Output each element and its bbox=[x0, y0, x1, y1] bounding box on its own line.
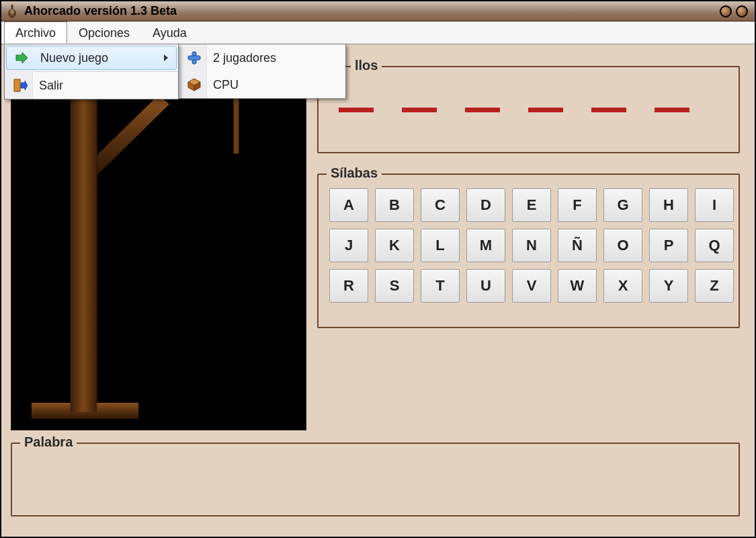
fallo-slot bbox=[655, 108, 689, 112]
letter-button-m[interactable]: M bbox=[466, 229, 505, 262]
letter-button-y[interactable]: Y bbox=[649, 269, 688, 303]
letter-button-b[interactable]: B bbox=[375, 188, 414, 222]
svg-marker-3 bbox=[16, 52, 28, 63]
window-minimize-button[interactable] bbox=[720, 5, 732, 17]
letter-button-h[interactable]: H bbox=[649, 188, 688, 222]
menuitem-label: Nuevo juego bbox=[40, 51, 108, 65]
window-controls bbox=[720, 5, 751, 17]
letter-button-d[interactable]: D bbox=[466, 188, 505, 222]
letter-button-s[interactable]: S bbox=[375, 269, 414, 303]
menuitem-salir[interactable]: Salir bbox=[5, 72, 178, 99]
submenu-item-label: 2 jugadores bbox=[213, 51, 276, 65]
menu-archivo[interactable]: Archivo bbox=[4, 22, 67, 44]
app-window: Ahorcado versión 1.3 Beta Archivo Opcion… bbox=[0, 0, 756, 538]
app-icon bbox=[5, 5, 19, 18]
silabas-label: Sílabas bbox=[327, 165, 382, 181]
letter-button-l[interactable]: L bbox=[421, 229, 460, 262]
letter-button-k[interactable]: K bbox=[375, 229, 414, 262]
letter-button-g[interactable]: G bbox=[603, 188, 642, 222]
fallo-slot bbox=[402, 108, 437, 112]
fallos-dashes bbox=[319, 67, 739, 112]
submenu-item-cpu[interactable]: CPU bbox=[179, 71, 345, 98]
svg-marker-5 bbox=[21, 81, 28, 90]
svg-point-2 bbox=[10, 9, 13, 13]
letter-button-e[interactable]: E bbox=[512, 188, 551, 222]
menuitem-nuevo-juego[interactable]: Nuevo juego bbox=[6, 46, 177, 70]
menubar: Archivo Opciones Ayuda bbox=[1, 22, 755, 44]
submenu-nuevo-juego: 2 jugadores CPU bbox=[178, 44, 346, 99]
fieldset-palabra: Palabra bbox=[11, 443, 740, 516]
exit-door-icon bbox=[12, 77, 28, 93]
letter-button-i[interactable]: I bbox=[695, 188, 734, 222]
plus-blue-icon bbox=[186, 50, 202, 66]
svg-rect-15 bbox=[233, 93, 239, 154]
letter-button-q[interactable]: Q bbox=[695, 229, 734, 262]
letter-button-t[interactable]: T bbox=[421, 269, 460, 303]
window-close-button[interactable] bbox=[736, 5, 748, 17]
letter-button-f[interactable]: F bbox=[558, 188, 597, 222]
fieldset-fallos: llos bbox=[317, 66, 740, 153]
letter-button-v[interactable]: V bbox=[512, 269, 551, 303]
svg-marker-14 bbox=[97, 95, 169, 175]
letter-button-r[interactable]: R bbox=[329, 269, 368, 303]
letter-button-z[interactable]: Z bbox=[695, 269, 734, 303]
box-brown-icon bbox=[186, 77, 202, 93]
letter-button-o[interactable]: O bbox=[603, 229, 642, 262]
fallo-slot bbox=[528, 108, 563, 112]
arrow-right-green-icon bbox=[13, 50, 30, 66]
fallo-slot bbox=[591, 108, 626, 112]
fallos-label: llos bbox=[351, 58, 382, 73]
letter-button-u[interactable]: U bbox=[466, 269, 505, 303]
content-area: llos Sílabas ABCDEFGHIJKLMNÑOPQRSTUVWXYZ… bbox=[1, 44, 755, 537]
letter-button-ñ[interactable]: Ñ bbox=[558, 229, 597, 262]
window-title: Ahorcado versión 1.3 Beta bbox=[24, 4, 714, 18]
menuitem-label: Salir bbox=[39, 79, 63, 93]
menu-opciones[interactable]: Opciones bbox=[67, 22, 141, 44]
chevron-right-icon bbox=[164, 54, 168, 61]
letter-button-a[interactable]: A bbox=[329, 188, 368, 222]
letter-grid: ABCDEFGHIJKLMNÑOPQRSTUVWXYZ bbox=[319, 175, 739, 309]
letter-button-j[interactable]: J bbox=[329, 229, 368, 262]
letter-button-w[interactable]: W bbox=[558, 269, 597, 303]
fieldset-silabas: Sílabas ABCDEFGHIJKLMNÑOPQRSTUVWXYZ bbox=[317, 174, 740, 328]
svg-rect-12 bbox=[71, 77, 97, 412]
letter-button-p[interactable]: P bbox=[649, 229, 688, 262]
svg-rect-7 bbox=[188, 56, 200, 60]
palabra-label: Palabra bbox=[20, 434, 77, 450]
fallo-slot bbox=[465, 108, 500, 112]
dropdown-archivo: Nuevo juego Salir bbox=[4, 44, 179, 100]
submenu-item-2-jugadores[interactable]: 2 jugadores bbox=[179, 44, 345, 71]
letter-button-x[interactable]: X bbox=[603, 269, 642, 303]
svg-rect-4 bbox=[14, 79, 20, 91]
letter-button-n[interactable]: N bbox=[512, 229, 551, 262]
svg-rect-1 bbox=[11, 5, 13, 9]
titlebar: Ahorcado versión 1.3 Beta bbox=[1, 1, 755, 22]
submenu-item-label: CPU bbox=[213, 78, 239, 92]
gallows-canvas bbox=[11, 54, 306, 430]
letter-button-c[interactable]: C bbox=[421, 188, 460, 222]
menu-ayuda[interactable]: Ayuda bbox=[141, 22, 198, 44]
fallo-slot bbox=[339, 108, 374, 112]
